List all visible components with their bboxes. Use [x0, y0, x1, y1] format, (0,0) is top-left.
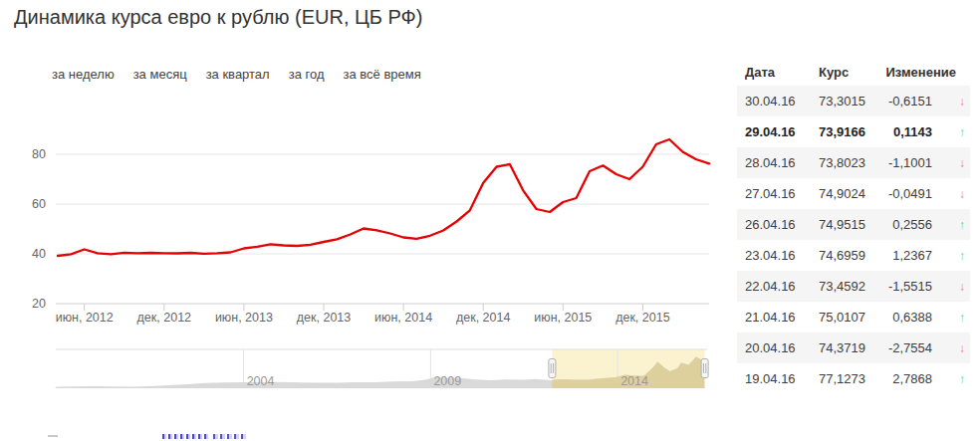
trend-down-arrow-icon: ↓: [954, 188, 970, 200]
cell-change: -0,0491: [884, 186, 954, 201]
table-row: 19.04.1677,12732,7868↑: [737, 363, 970, 394]
col-header-date: Дата: [737, 65, 815, 80]
clipped-link-fragment: [162, 434, 209, 439]
cell-change: 2,7868: [884, 371, 954, 386]
y-axis-label-20: 20: [32, 297, 46, 311]
cell-date: 28.04.16: [737, 155, 815, 170]
cell-change: -1,5515: [884, 279, 954, 294]
table-row: 23.04.1674,69591,2367↑: [737, 240, 970, 271]
cell-date: 20.04.16: [737, 340, 815, 355]
table-row: 28.04.1673,8023-1,1001↓: [737, 147, 970, 178]
cell-date: 27.04.16: [737, 186, 815, 201]
trend-up-arrow-icon: ↑: [954, 312, 970, 324]
cell-rate: 77,1273: [815, 371, 884, 386]
trend-down-arrow-icon: ↓: [954, 96, 970, 108]
cell-rate: 73,4592: [815, 279, 884, 294]
col-header-rate: Курс: [815, 65, 884, 80]
clipped-text-fragment: [48, 435, 58, 437]
cell-change: -1,1001: [884, 155, 954, 170]
cell-rate: 74,3719: [815, 340, 884, 355]
x-axis-label: дек, 2013: [297, 311, 352, 325]
x-axis-label: июн, 2014: [374, 311, 432, 325]
cell-change: 0,2556: [884, 217, 954, 232]
period-link-5[interactable]: за всё время: [343, 67, 420, 82]
navigator-year-label-2009: 2009: [433, 374, 461, 388]
rates-table: ДатаКурсИзменение30.04.1673,3015-0,6151↓…: [737, 58, 970, 394]
cell-date: 19.04.16: [737, 371, 815, 386]
trend-up-arrow-icon: ↑: [954, 250, 970, 262]
cell-change: 0,1143: [884, 124, 954, 139]
cell-date: 26.04.16: [737, 217, 815, 232]
cell-date: 29.04.16: [737, 124, 815, 139]
trend-up-arrow-icon: ↑: [954, 219, 970, 231]
x-axis-label: июн, 2013: [215, 311, 273, 325]
cell-date: 30.04.16: [737, 94, 815, 109]
main-chart: 20406080июн, 2012дек, 2012июн, 2013дек, …: [0, 95, 727, 333]
period-link-3[interactable]: за квартал: [206, 67, 270, 82]
cell-change: 0,6388: [884, 310, 954, 325]
navigator-handle-right[interactable]: [701, 359, 708, 378]
trend-down-arrow-icon: ↓: [954, 281, 970, 293]
cell-rate: 73,8023: [815, 155, 884, 170]
y-axis-label-60: 60: [32, 197, 46, 211]
x-axis-label: июн, 2012: [56, 311, 114, 325]
table-row: 20.04.1674,3719-2,7554↓: [737, 332, 970, 363]
period-link-1[interactable]: за неделю: [52, 67, 115, 82]
table-row: 27.04.1674,9024-0,0491↓: [737, 178, 970, 209]
cell-rate: 75,0107: [815, 310, 884, 325]
period-link-2[interactable]: за месяц: [133, 67, 187, 82]
period-selector: за неделюза месяцза кварталза годза всё …: [52, 67, 421, 82]
cell-change: 1,2367: [884, 248, 954, 263]
page-title: Динамика курса евро к рублю (EUR, ЦБ РФ): [14, 6, 422, 29]
col-header-change: Изменение: [884, 65, 970, 80]
cell-change: -2,7554: [884, 340, 954, 355]
trend-down-arrow-icon: ↓: [954, 342, 970, 354]
x-axis-label: июн, 2015: [534, 311, 592, 325]
y-axis-label-80: 80: [32, 147, 46, 161]
cell-change: -0,6151: [884, 94, 954, 109]
x-axis-label: дек, 2012: [137, 311, 192, 325]
eur-rub-rate-page: Динамика курса евро к рублю (EUR, ЦБ РФ)…: [0, 0, 980, 441]
cell-rate: 74,9024: [815, 186, 884, 201]
trend-up-arrow-icon: ↑: [954, 373, 970, 385]
period-link-4[interactable]: за год: [289, 67, 325, 82]
cell-rate: 74,9515: [815, 217, 884, 232]
y-axis-label-40: 40: [32, 247, 46, 261]
table-row: 29.04.1673,91660,1143↑: [737, 116, 970, 147]
cell-rate: 74,6959: [815, 248, 884, 263]
table-row: 26.04.1674,95150,2556↑: [737, 209, 970, 240]
cell-date: 21.04.16: [737, 310, 815, 325]
range-navigator: 200420092014: [0, 346, 727, 394]
navigator-year-label-2004: 2004: [247, 374, 275, 388]
trend-down-arrow-icon: ↓: [954, 157, 970, 169]
table-row: 21.04.1675,01070,6388↑: [737, 302, 970, 332]
cell-rate: 73,9166: [815, 124, 884, 139]
x-axis-label: дек, 2015: [615, 311, 670, 325]
clipped-link-fragment: [213, 434, 247, 439]
navigator-year-label-2014: 2014: [620, 374, 648, 388]
cell-date: 22.04.16: [737, 279, 815, 294]
trend-up-arrow-icon: ↑: [954, 126, 970, 138]
table-row: 22.04.1673,4592-1,5515↓: [737, 271, 970, 302]
navigator-handle-left[interactable]: [549, 359, 556, 378]
chart-plot-area[interactable]: [56, 129, 709, 304]
cell-date: 23.04.16: [737, 248, 815, 263]
table-row: 30.04.1673,3015-0,6151↓: [737, 86, 970, 116]
x-axis-label: дек, 2014: [456, 311, 511, 325]
cell-rate: 73,3015: [815, 94, 884, 109]
table-header-row: ДатаКурсИзменение: [737, 58, 970, 86]
